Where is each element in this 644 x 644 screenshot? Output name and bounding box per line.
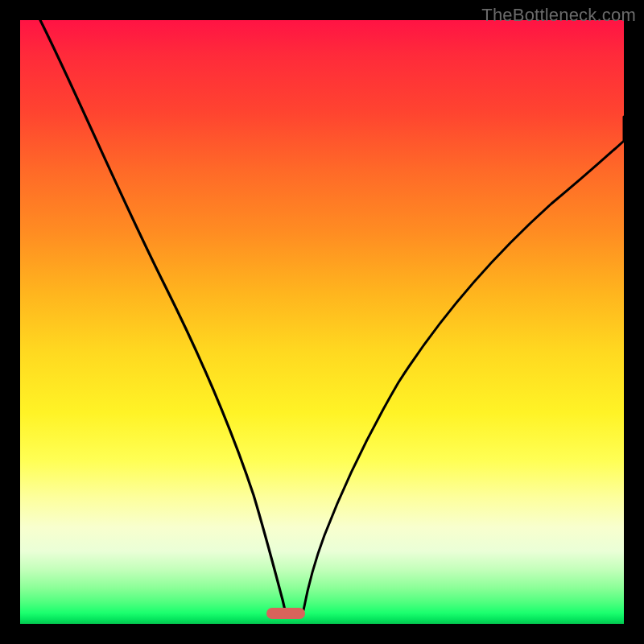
right-curve xyxy=(303,117,624,610)
chart-frame xyxy=(20,20,624,624)
left-curve xyxy=(40,20,285,610)
watermark-label: TheBottleneck.com xyxy=(481,5,636,26)
optimal-marker xyxy=(266,608,305,619)
curve-layer xyxy=(20,20,624,624)
bottleneck-chart xyxy=(20,20,624,624)
